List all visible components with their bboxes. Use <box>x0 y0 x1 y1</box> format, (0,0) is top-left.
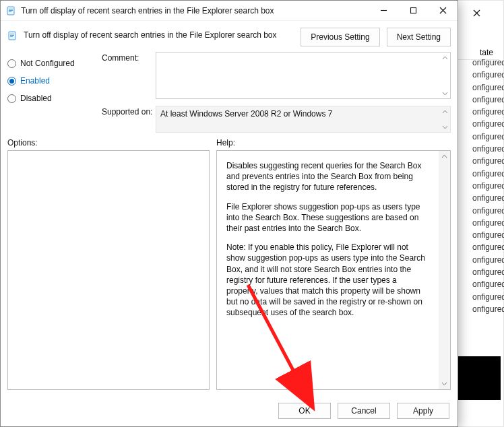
svg-rect-6 <box>10 34 14 34</box>
subheader: Turn off display of recent search entrie… <box>1 21 458 46</box>
radio-label: Disabled <box>20 94 52 103</box>
window-title: Turn off display of recent search entrie… <box>21 6 369 15</box>
comment-field-row: Comment: <box>102 52 451 99</box>
next-setting-button[interactable]: Next Setting <box>387 28 451 46</box>
background-row: onfigured <box>472 58 504 70</box>
maximize-icon <box>410 7 417 14</box>
minimize-button[interactable] <box>369 1 398 21</box>
cancel-button[interactable]: Cancel <box>338 403 390 419</box>
bottom-bar: OK Cancel Apply <box>1 395 458 426</box>
svg-rect-4 <box>410 8 416 13</box>
svg-rect-2 <box>9 10 13 11</box>
background-row: onfigured <box>472 292 504 304</box>
help-label: Help: <box>216 138 235 147</box>
background-row: onfigured <box>472 267 504 280</box>
background-row: onfigured <box>472 206 504 218</box>
comment-field-box <box>156 52 451 99</box>
background-preview-block <box>455 356 501 400</box>
scroll-down-icon[interactable] <box>439 121 450 132</box>
supported-label: Supported on: <box>102 106 156 117</box>
background-row: onfigured <box>472 255 504 267</box>
background-close-button[interactable] <box>463 1 490 25</box>
policy-title: Turn off display of recent search entrie… <box>24 28 301 40</box>
close-icon <box>439 7 447 14</box>
scroll-up-icon[interactable] <box>439 106 450 117</box>
titlebar: Turn off display of recent search entrie… <box>1 1 458 21</box>
background-row: onfigured <box>472 169 504 181</box>
radio-icon <box>7 59 16 68</box>
close-icon <box>473 9 480 17</box>
svg-rect-8 <box>10 36 13 37</box>
background-row: onfigured <box>472 280 504 292</box>
background-row: onfigured <box>472 304 504 317</box>
svg-rect-1 <box>9 9 13 9</box>
panels: Disables suggesting recent queries for t… <box>1 150 458 395</box>
section-labels: Options: Help: <box>1 133 458 150</box>
background-row: onfigured <box>472 218 504 230</box>
help-panel: Disables suggesting recent queries for t… <box>216 150 451 390</box>
background-row: onfigured <box>472 156 504 168</box>
app-icon <box>6 5 17 16</box>
options-panel <box>7 150 210 390</box>
window-buttons <box>369 1 458 21</box>
background-row: onfigured <box>472 119 504 131</box>
radio-label: Enabled <box>20 76 50 86</box>
supported-field-box: At least Windows Server 2008 R2 or Windo… <box>156 106 451 133</box>
previous-setting-button[interactable]: Previous Setting <box>301 28 379 46</box>
ok-button[interactable]: OK <box>278 403 331 419</box>
comment-textarea[interactable] <box>156 52 451 99</box>
background-row: onfigured <box>472 132 504 144</box>
scroll-down-icon[interactable] <box>439 88 450 98</box>
supported-field-row: Supported on: At least Windows Server 20… <box>102 106 451 133</box>
help-paragraph: Note: If you enable this policy, File Ex… <box>226 242 429 318</box>
right-fields: Comment: Supported on: At <box>102 52 451 133</box>
minimize-icon <box>380 7 387 14</box>
policy-dialog: Turn off display of recent search entrie… <box>0 0 458 427</box>
scroll-up-icon[interactable] <box>439 53 450 63</box>
maximize-button[interactable] <box>398 1 428 21</box>
radio-disabled[interactable]: Disabled <box>7 90 102 107</box>
help-scrollbar[interactable] <box>439 151 450 389</box>
supported-value: At least Windows Server 2008 R2 or Windo… <box>156 106 451 133</box>
nav-buttons: Previous Setting Next Setting <box>301 28 451 46</box>
help-paragraph: Disables suggesting recent queries for t… <box>226 160 429 193</box>
radio-icon <box>7 77 16 86</box>
radio-group: Not Configured Enabled Disabled <box>7 52 102 133</box>
config-row: Not Configured Enabled Disabled Comment: <box>1 46 458 133</box>
background-row: onfigured <box>472 144 504 156</box>
background-row: onfigured <box>472 193 504 205</box>
background-row: onfigured <box>472 230 504 242</box>
background-row: onfigured <box>472 95 504 107</box>
radio-enabled[interactable]: Enabled <box>7 72 102 90</box>
options-label: Options: <box>7 138 216 147</box>
scroll-up-icon[interactable] <box>439 151 450 162</box>
background-row: onfigured <box>472 70 504 82</box>
help-paragraph: File Explorer shows suggestion pop-ups a… <box>226 201 429 234</box>
background-rows: onfiguredonfiguredonfiguredonfiguredonfi… <box>472 58 504 317</box>
svg-rect-3 <box>9 11 11 12</box>
comment-label: Comment: <box>102 52 156 63</box>
apply-button[interactable]: Apply <box>397 403 449 419</box>
background-row: onfigured <box>472 83 504 95</box>
background-row: onfigured <box>472 107 504 119</box>
radio-not-configured[interactable]: Not Configured <box>7 55 102 72</box>
svg-rect-7 <box>10 35 14 36</box>
help-text: Disables suggesting recent queries for t… <box>217 151 439 389</box>
background-row: onfigured <box>472 242 504 255</box>
policy-icon <box>7 30 18 41</box>
scroll-down-icon[interactable] <box>439 378 450 389</box>
radio-label: Not Configured <box>20 59 75 68</box>
radio-icon <box>7 94 16 103</box>
background-row: onfigured <box>472 181 504 193</box>
close-button[interactable] <box>428 1 458 21</box>
supported-scroll <box>439 106 450 132</box>
comment-scroll <box>439 53 450 98</box>
